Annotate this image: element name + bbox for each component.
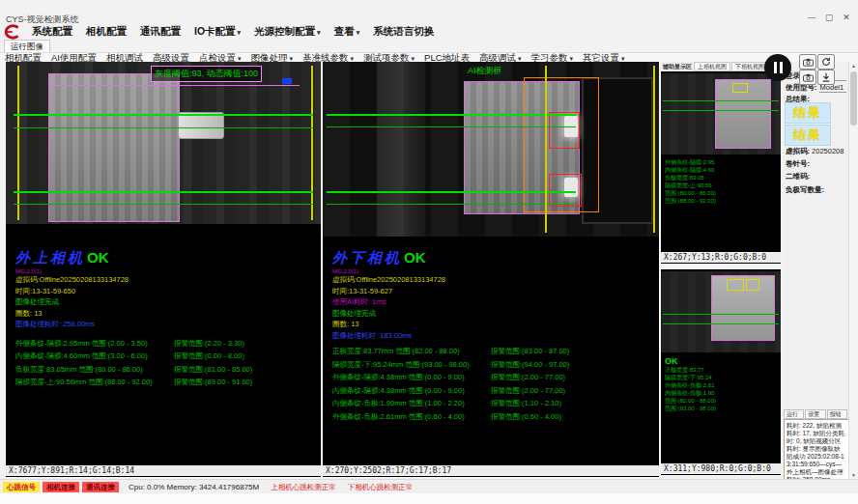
ai-elapsed-line: 使用AI耗时: 1ms [332, 296, 638, 308]
log-tab-settings[interactable]: 设置日志 [805, 409, 825, 419]
yellow-marker-box [732, 83, 748, 93]
ai-detect-box-label: AI检测框 [468, 65, 502, 77]
aux-top-text: 外侧条纹-隔膜:2.95 内侧条纹-隔膜:4.60 负极宽度:83.05 隔膜宽… [665, 158, 779, 205]
menu-camera-config[interactable]: 相机配置 [79, 25, 133, 39]
aux-bottom-image[interactable] [661, 271, 781, 352]
save-image-button[interactable] [817, 70, 835, 85]
lower-camera-result-text: 外下相机OK MG:2.0(1) 虚拟码:Offline202502081331… [332, 249, 638, 423]
measurement-rows: 正极宽度:83.77mm 范围:(82.00 - 88.00)报警范围:(83.… [332, 345, 638, 423]
chevron-down-icon: ▾ [621, 55, 625, 62]
defect-red-box [549, 174, 582, 207]
green-measure-line [663, 110, 779, 111]
aux-view-header: 辅助显示区 上相机视图 下相机视图 [661, 62, 781, 71]
pause-icon [780, 62, 783, 73]
green-measure-line [327, 204, 576, 205]
minimize-button[interactable]: — [804, 12, 819, 23]
qrcode-row: 二维码: [786, 172, 810, 182]
green-measure-line [14, 127, 313, 128]
refresh-icon [821, 57, 831, 67]
yellow-guide-line [311, 66, 313, 220]
green-measure-line [327, 191, 576, 193]
log-text-area[interactable]: 耗时: 222, 缺陷检测耗时: 17, 缺陷分类耗时: 0, 缺陷视频分区耗时… [784, 419, 849, 481]
scrollbar-thumb[interactable] [850, 71, 857, 126]
cursor-coordinate-readout: X:270;Y:2502;R:17;G:17;B:17 [323, 465, 659, 476]
measurement-rows: 外侧条纹-隔膜:2.95mm 范围:(2.00 - 3.50)报警范围:(2.2… [15, 337, 321, 389]
close-button[interactable]: ✕ [839, 12, 854, 23]
camera-capture-button-2[interactable] [799, 70, 816, 85]
cursor-coordinate-readout: X:7677;Y:891;R:14;G:14;B:14 [6, 465, 321, 476]
measurement-row: 外侧条纹-隔膜:2.95mm 范围:(2.00 - 3.50)报警范围:(2.2… [15, 337, 321, 350]
aux-view-column: 辅助显示区 上相机视图 下相机视图 外侧条纹-隔膜:2.95 内侧条纹-隔膜:4… [661, 62, 781, 477]
bottom-margin [0, 493, 858, 504]
aux-panel-top: 外侧条纹-隔膜:2.95 内侧条纹-隔膜:4.60 负极宽度:83.05 隔膜宽… [661, 71, 781, 264]
camera-capture-button-1[interactable] [799, 54, 816, 70]
process-done-line: 图像处理完成 [332, 308, 638, 320]
maximize-button[interactable]: ▢ [821, 12, 837, 23]
measurement-row: 内侧条纹-隔膜:4.38mm 范围:(0.00 - 9.00)报警范围:(2.0… [332, 384, 638, 398]
download-icon [821, 72, 831, 82]
chevron-down-icon: ▾ [290, 55, 294, 62]
anode-count-label: 负极写数量: [786, 185, 824, 194]
measurement-row: 隔膜宽度-下:95.24mm 范围:(93.00 - 98.00)报警范围:(9… [332, 358, 638, 372]
measurement-row: 正极宽度:83.77mm 范围:(82.00 - 88.00)报警范围:(83.… [332, 345, 638, 358]
cpu-memory-readout: Cpu: 0.0% Memory: 3424.41796875M [129, 483, 259, 491]
log-tab-error[interactable]: 报错日志 [827, 409, 847, 419]
chevron-down-icon: ▾ [317, 29, 321, 36]
defect-red-box [549, 112, 580, 149]
green-measure-line [327, 126, 576, 127]
measurement-row: 外侧条纹-隔膜:4.38mm 范围:(0.00 - 9.00)报警范围:(2.0… [332, 371, 638, 384]
refresh-button[interactable] [817, 54, 835, 70]
virtual-code-value: 20250208 [812, 147, 844, 155]
camera-status: OK [404, 249, 426, 266]
sidebar: 登录用户: cys 使用型号: Model1 总结果: 结果 结果 虚拟码: 2… [783, 62, 848, 479]
sidebar-scrollbar[interactable]: ▲ ▼ [848, 62, 858, 479]
menu-view[interactable]: 查看▾ [328, 25, 367, 39]
yellow-marker-box [727, 279, 744, 291]
menu-comm-config[interactable]: 通讯配置 [133, 25, 187, 39]
scroll-down-icon[interactable]: ▼ [849, 472, 858, 478]
yellow-marker-box [746, 279, 759, 291]
loop-count-line: 圈数: 13 [332, 319, 638, 330]
chevron-down-icon: ▾ [357, 29, 360, 36]
menu-io-config[interactable]: IO卡配置▾ [187, 25, 247, 39]
qrcode-label: 二维码: [786, 172, 810, 181]
aux-tab-upper-view[interactable]: 上相机视图 [694, 62, 730, 71]
electrode-object [48, 73, 180, 222]
window-titlebar: CYS-视觉检测系统 — ▢ ✕ [0, 0, 858, 25]
lower-camera-image[interactable]: AI检测框 [323, 62, 659, 237]
scroll-up-icon[interactable]: ▲ [849, 63, 858, 69]
camera-title: 外下相机 [332, 249, 402, 266]
menu-language-switch[interactable]: 系统语言切换 [366, 25, 441, 39]
measurement-row: 外侧条纹-负极:2.61mm 范围:(0.60 - 4.00)报警范围:(0.6… [332, 410, 638, 424]
winding-pin-label: 卷针号: [786, 159, 810, 168]
tab-run-image[interactable]: 运行图像 [4, 40, 50, 52]
upper-camera-heartbeat-note: 上相机心跳检测正常 [271, 483, 336, 492]
loop-count-line: 圈数: 13 [15, 308, 321, 320]
menu-system-config[interactable]: 系统配置 [25, 25, 79, 39]
virtual-code-line: 虚拟码:Offline20250208133134728 [15, 274, 321, 286]
upper-camera-result-text: 外上相机OK MG:2.0(1) 虚拟码:Offline202502081331… [15, 249, 321, 389]
app-window: CYS-视觉检测系统 — ▢ ✕ 系统配置 相机配置 通讯配置 IO卡配置▾ 光… [0, 0, 858, 504]
upper-camera-image[interactable]: 灰度阈值:93, 动态阈值:100 [6, 62, 321, 224]
chevron-down-icon: ▾ [570, 55, 574, 62]
camera-icon [803, 58, 814, 67]
app-logo-icon [3, 24, 20, 40]
pink-guide-line [48, 85, 300, 86]
cursor-coordinate-readout: X:311;Y:980;R:0;G:0;B:0 [661, 463, 781, 474]
lower-camera-heartbeat-note: 下相机心跳检测正常 [348, 483, 414, 492]
menu-light-config[interactable]: 光源控制配置▾ [247, 25, 328, 39]
pause-button[interactable] [764, 54, 791, 81]
highlight-chip [282, 78, 292, 84]
aux-tab-lower-view[interactable]: 下相机视图 [731, 62, 768, 71]
log-tab-run[interactable]: 运行日志 [784, 409, 804, 419]
green-measure-line [663, 100, 779, 101]
yellow-guide-line [17, 66, 19, 220]
camera-title: 外上相机 [15, 249, 85, 266]
chevron-down-icon: ▾ [238, 29, 242, 36]
green-measure-line [14, 114, 313, 116]
green-measure-line [14, 191, 313, 193]
aux-panel-bottom: OK 正极宽度:83.77 隔膜宽度-下:95.24 外侧条纹-负极:2.61 … [661, 269, 781, 475]
virtual-code-row: 虚拟码: 20250208 [786, 147, 844, 156]
result-badge-lower: 结果 [785, 125, 831, 146]
aux-top-image[interactable] [661, 73, 781, 154]
